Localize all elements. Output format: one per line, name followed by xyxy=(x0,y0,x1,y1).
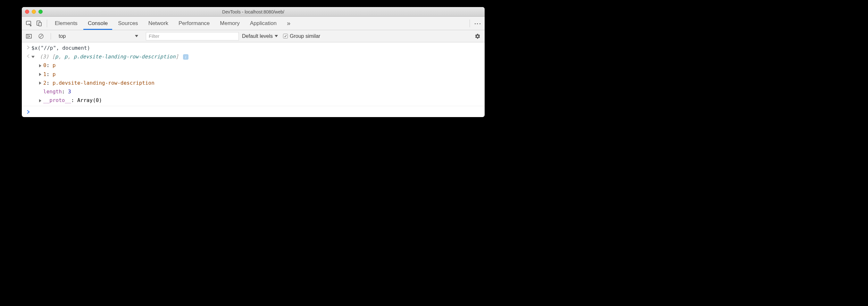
clear-console-icon[interactable] xyxy=(36,32,45,41)
length-value: 3 xyxy=(68,88,71,94)
gear-icon[interactable] xyxy=(473,32,482,41)
bracket-close: ] xyxy=(176,54,179,60)
tree-item[interactable]: 1: p xyxy=(31,70,188,79)
console-body: $x("//p", document) (3) [p, p, p.devsite… xyxy=(22,42,485,117)
tab-performance[interactable]: Performance xyxy=(174,17,214,30)
tab-network[interactable]: Network xyxy=(144,17,173,30)
console-input-row: $x("//p", document) xyxy=(22,44,485,52)
divider xyxy=(470,20,470,27)
tab-console[interactable]: Console xyxy=(83,17,112,30)
item-index: 0 xyxy=(43,62,46,68)
item-index: 1 xyxy=(43,71,46,77)
window-title: DevTools - localhost:8080/web/ xyxy=(22,9,485,15)
tab-elements[interactable]: Elements xyxy=(50,17,82,30)
tree-item[interactable]: __proto__: Array(0) xyxy=(31,96,188,105)
devtools-window: DevTools - localhost:8080/web/ Elements … xyxy=(22,7,485,117)
item-value: p.devsite-landing-row-description xyxy=(53,80,155,86)
chevron-down-icon xyxy=(275,35,278,37)
kebab-menu-icon[interactable]: ⋮ xyxy=(473,19,482,28)
console-prompt-row[interactable] xyxy=(22,107,485,117)
tree-item[interactable]: 2: p.devsite-landing-row-description xyxy=(31,79,188,87)
output-chevron-icon xyxy=(25,52,31,58)
chevron-right-icon xyxy=(39,99,41,102)
checkbox-checked-icon: ✓ xyxy=(283,34,288,38)
filter-placeholder: Filter xyxy=(149,33,159,39)
context-value: top xyxy=(59,33,66,39)
context-select[interactable]: top xyxy=(56,32,143,40)
tabs-overflow-icon[interactable]: » xyxy=(282,17,295,30)
svg-line-6 xyxy=(40,35,43,37)
result-count: (3) xyxy=(40,54,49,60)
divider xyxy=(51,33,51,39)
chevron-right-icon xyxy=(39,73,41,76)
levels-label: Default levels xyxy=(242,33,273,39)
preview-item: p xyxy=(64,54,68,60)
proto-label: __proto__ xyxy=(43,97,71,103)
device-toggle-icon[interactable] xyxy=(35,19,43,28)
console-result-row: (3) [p, p, p.devsite-landing-row-descrip… xyxy=(22,52,485,106)
main-tabs: Elements Console Sources Network Perform… xyxy=(22,17,485,30)
tab-application[interactable]: Application xyxy=(246,17,281,30)
titlebar: DevTools - localhost:8080/web/ xyxy=(22,7,485,17)
svg-rect-0 xyxy=(26,21,31,25)
svg-rect-2 xyxy=(39,23,41,26)
tab-memory[interactable]: Memory xyxy=(215,17,244,30)
item-index: 2 xyxy=(43,80,46,86)
length-label: length xyxy=(43,88,62,94)
toggle-sidebar-icon[interactable] xyxy=(24,32,33,41)
console-input-text: $x("//p", document) xyxy=(31,44,90,52)
result-summary[interactable]: (3) [p, p, p.devsite-landing-row-descrip… xyxy=(31,52,188,61)
result-tree[interactable]: (3) [p, p, p.devsite-landing-row-descrip… xyxy=(31,52,188,105)
filter-input[interactable]: Filter xyxy=(146,32,239,40)
prompt-chevron-icon xyxy=(25,108,31,114)
divider xyxy=(47,20,47,27)
chevron-right-icon xyxy=(39,81,41,85)
preview-item: p.devsite-landing-row-description xyxy=(74,54,176,60)
group-similar-label: Group similar xyxy=(290,33,320,39)
input-chevron-icon xyxy=(25,44,31,49)
tree-item: length: 3 xyxy=(31,87,188,96)
proto-value: Array(0) xyxy=(77,97,102,103)
inspect-icon[interactable] xyxy=(24,19,33,28)
console-toolbar: top Filter Default levels ✓ Group simila… xyxy=(22,30,485,42)
chevron-down-icon xyxy=(31,56,35,58)
item-value: p xyxy=(53,62,56,68)
group-similar-toggle[interactable]: ✓ Group similar xyxy=(283,33,320,39)
levels-select[interactable]: Default levels xyxy=(242,33,280,39)
info-icon[interactable]: i xyxy=(183,54,188,60)
chevron-right-icon xyxy=(39,64,41,67)
tree-item[interactable]: 0: p xyxy=(31,61,188,69)
tab-sources[interactable]: Sources xyxy=(114,17,142,30)
chevron-down-icon xyxy=(135,35,138,37)
item-value: p xyxy=(53,71,56,77)
bracket-open: [ xyxy=(52,54,55,60)
